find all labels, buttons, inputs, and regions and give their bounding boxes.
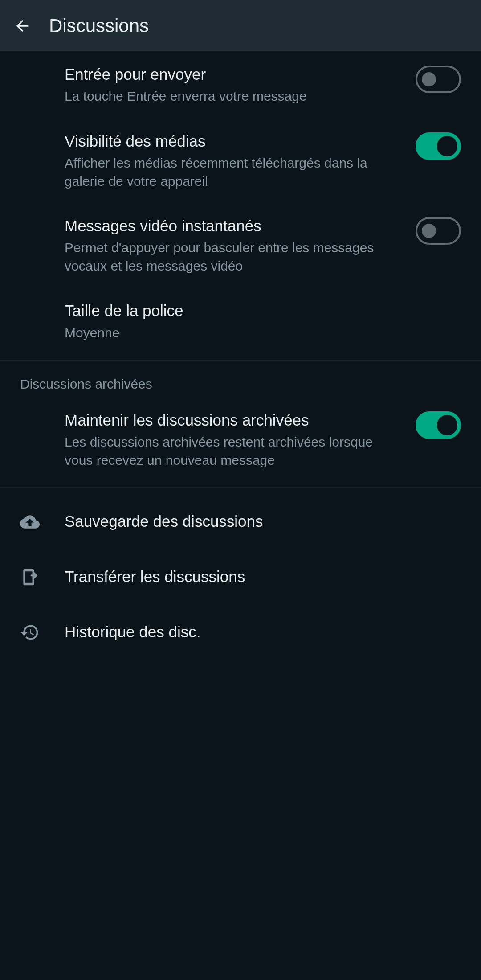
- setting-font-size[interactable]: Taille de la police Moyenne: [0, 287, 481, 354]
- setting-instant-video[interactable]: Messages vidéo instantanés Permet d'appu…: [0, 203, 481, 287]
- setting-enter-to-send[interactable]: Entrée pour envoyer La touche Entrée env…: [0, 51, 481, 118]
- setting-title: Taille de la police: [65, 300, 443, 321]
- divider: [0, 487, 481, 488]
- icon-container: [20, 566, 65, 587]
- setting-title: Visibilité des médias: [65, 131, 398, 152]
- setting-title: Entrée pour envoyer: [65, 64, 398, 85]
- cloud-upload-icon: [20, 512, 40, 532]
- setting-subtitle: Les discussions archivées restent archiv…: [65, 433, 398, 469]
- section-header-archived: Discussions archivées: [0, 366, 481, 397]
- toggle-keep-archived[interactable]: [416, 411, 461, 439]
- setting-text-container: Taille de la police Moyenne: [65, 300, 461, 342]
- setting-media-visibility[interactable]: Visibilité des médias Afficher les média…: [0, 118, 481, 203]
- action-history[interactable]: Historique des disc.: [0, 604, 481, 659]
- divider: [0, 360, 481, 361]
- toggle-instant-video[interactable]: [416, 217, 461, 245]
- action-backup[interactable]: Sauvegarde des discussions: [0, 493, 481, 549]
- setting-text-container: Visibilité des médias Afficher les média…: [65, 131, 416, 190]
- page-title: Discussions: [49, 15, 149, 37]
- back-button[interactable]: [13, 17, 31, 35]
- toggle-knob: [437, 136, 457, 156]
- setting-text-container: Maintenir les discussions archivées Les …: [65, 410, 416, 469]
- icon-container: [20, 621, 65, 642]
- action-title: Transférer les discussions: [65, 566, 245, 587]
- app-header: Discussions: [0, 0, 481, 51]
- history-icon: [20, 623, 40, 642]
- toggle-knob: [422, 72, 436, 86]
- toggle-media-visibility[interactable]: [416, 132, 461, 160]
- setting-title: Messages vidéo instantanés: [65, 215, 398, 236]
- back-arrow-icon: [13, 17, 31, 35]
- transfer-icon: [20, 567, 40, 587]
- setting-keep-archived[interactable]: Maintenir les discussions archivées Les …: [0, 397, 481, 482]
- setting-subtitle: Moyenne: [65, 324, 443, 342]
- settings-content: Entrée pour envoyer La touche Entrée env…: [0, 51, 481, 659]
- setting-subtitle: La touche Entrée enverra votre message: [65, 87, 398, 106]
- action-title: Sauvegarde des discussions: [65, 511, 263, 532]
- setting-subtitle: Afficher les médias récemment téléchargé…: [65, 154, 398, 190]
- icon-container: [20, 510, 65, 532]
- setting-title: Maintenir les discussions archivées: [65, 410, 398, 431]
- setting-text-container: Messages vidéo instantanés Permet d'appu…: [65, 215, 416, 275]
- setting-subtitle: Permet d'appuyer pour basculer entre les…: [65, 239, 398, 275]
- toggle-enter-to-send[interactable]: [416, 66, 461, 93]
- toggle-knob: [437, 415, 457, 435]
- action-title: Historique des disc.: [65, 621, 200, 642]
- setting-text-container: Entrée pour envoyer La touche Entrée env…: [65, 64, 416, 106]
- action-transfer[interactable]: Transférer les discussions: [0, 549, 481, 604]
- toggle-knob: [422, 224, 436, 238]
